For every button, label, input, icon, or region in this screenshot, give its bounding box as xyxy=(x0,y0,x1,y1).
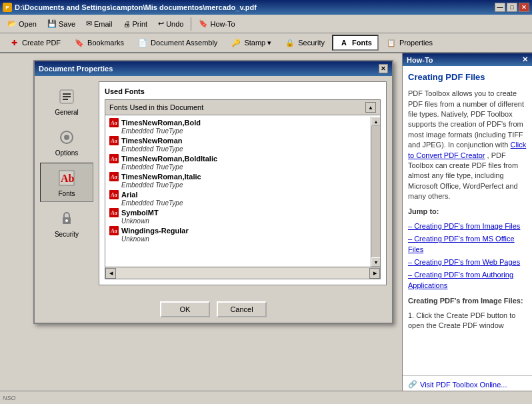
font-list-item: Aa TimesNewRoman,Italic Embedded TrueTyp… xyxy=(109,172,376,189)
menu-security[interactable]: 🔒 Security xyxy=(279,35,331,51)
howto-paragraph1: PDF Toolbox allows you to create PDF fil… xyxy=(408,89,527,201)
howto-jump-item: – Creating PDF's from MS Office Files xyxy=(408,234,527,255)
print-button[interactable]: 🖨 Print xyxy=(119,17,153,31)
dialog-overlay: Document Properties ✕ xyxy=(0,53,402,404)
status-logo: NSO xyxy=(3,395,16,401)
howto-close-button[interactable]: ✕ xyxy=(522,55,528,64)
font-name: Aa TimesNewRoman xyxy=(109,136,376,145)
general-icon xyxy=(56,86,77,107)
title-bar-left: P D:\Documents and Settings\campton\Mis … xyxy=(3,3,257,12)
howto-creating-title: Creating PDF's from Image Files: xyxy=(408,296,527,306)
dialog-title: Document Properties xyxy=(39,65,113,73)
vertical-scrollbar: ▲ ▼ xyxy=(371,117,380,267)
dialog-body: General xyxy=(35,76,392,296)
listbox-header-label: Fonts Used in this Document xyxy=(109,103,203,111)
horizontal-scrollbar: ◀ ▶ xyxy=(105,267,380,279)
howto-bottom-link[interactable]: 🔗Visit PDF Toolbox Online... xyxy=(405,379,529,390)
svg-point-5 xyxy=(64,135,69,140)
undo-button[interactable]: ↩ Undo xyxy=(153,17,188,31)
menu-bar: ✚ Create PDF 🔖 Bookmarks 📄 Document Asse… xyxy=(0,33,532,53)
bookmarks-icon: 🔖 xyxy=(74,37,85,48)
open-label: Open xyxy=(19,20,37,28)
font-icon: Aa xyxy=(109,226,119,235)
save-button[interactable]: 💾 Save xyxy=(43,17,80,31)
scroll-left-btn[interactable]: ◀ xyxy=(105,268,116,279)
font-type: Embedded TrueType xyxy=(109,181,376,189)
fonts-listbox-header: Fonts Used in this Document ▲ xyxy=(105,100,380,115)
font-type: Embedded TrueType xyxy=(109,127,376,135)
menu-security-label: Security xyxy=(298,39,325,47)
sidebar-item-fonts[interactable]: Ab Fonts xyxy=(40,163,93,202)
svg-point-13 xyxy=(65,219,68,222)
ok-button[interactable]: OK xyxy=(160,301,210,317)
dialog-title-bar: Document Properties ✕ xyxy=(35,61,392,76)
dialog-content-area: Used Fonts Fonts Used in this Document ▲… xyxy=(99,81,387,291)
menu-stamp[interactable]: 🔑 Stamp ▾ xyxy=(225,35,277,51)
email-button[interactable]: ✉ Email xyxy=(81,17,117,31)
howto-label: How-To xyxy=(210,20,235,28)
maximize-button[interactable]: □ xyxy=(507,3,517,12)
document-properties-dialog: Document Properties ✕ xyxy=(33,60,393,324)
dialog-close-button[interactable]: ✕ xyxy=(379,64,388,73)
minimize-button[interactable]: — xyxy=(495,3,505,12)
sidebar-item-security[interactable]: Security xyxy=(40,203,93,243)
font-icon: Aa xyxy=(109,118,119,127)
font-icon: Aa xyxy=(109,172,119,181)
jump-link[interactable]: – Creating PDF's from MS Office Files xyxy=(408,235,515,253)
dialog-buttons: OK Cancel xyxy=(35,296,392,323)
toolbar: 📂 Open 💾 Save ✉ Email 🖨 Print ↩ Undo 🔖 H… xyxy=(0,15,532,33)
howto-jump-label: Jump to: xyxy=(408,207,527,217)
undo-label: Undo xyxy=(166,20,183,28)
menu-properties[interactable]: 📋 Properties xyxy=(380,35,439,51)
jump-link[interactable]: – Creating PDF's from Image Files xyxy=(408,222,520,230)
font-name: Aa Arial xyxy=(109,190,376,199)
howto-title-bar: How-To ✕ xyxy=(403,53,532,66)
options-icon xyxy=(56,127,77,148)
sidebar-item-options[interactable]: Options xyxy=(40,122,93,161)
font-list-item: Aa SymbolMT Unknown xyxy=(109,208,376,225)
open-button[interactable]: 📂 Open xyxy=(3,17,41,31)
scroll-track xyxy=(371,126,380,257)
font-name: Aa Wingdings-Regular xyxy=(109,226,376,235)
jump-link[interactable]: – Creating PDF's from Authoring Applicat… xyxy=(408,271,513,289)
external-link-icon: 🔗 xyxy=(408,380,417,389)
scroll-down-btn[interactable]: ▼ xyxy=(371,257,381,267)
fonts-icon: A xyxy=(339,37,349,48)
menu-bookmarks[interactable]: 🔖 Bookmarks xyxy=(68,35,130,51)
howto-step1: 1. Click the Create PDF button to open t… xyxy=(408,311,527,331)
font-type: Embedded TrueType xyxy=(109,199,376,207)
howto-jump-item: – Creating PDF's from Web Pages xyxy=(408,257,527,267)
email-icon: ✉ xyxy=(86,19,92,28)
howto-button[interactable]: 🔖 How-To xyxy=(194,17,239,31)
menu-document-assembly[interactable]: 📄 Document Assembly xyxy=(131,35,223,51)
menu-stamp-label: Stamp ▾ xyxy=(244,39,271,47)
jump-link[interactable]: – Creating PDF's from Web Pages xyxy=(408,258,520,266)
sidebar-item-general[interactable]: General xyxy=(40,81,93,121)
font-list-item: Aa TimesNewRoman,BoldItalic Embedded Tru… xyxy=(109,154,376,171)
scroll-up-button[interactable]: ▲ xyxy=(365,102,376,113)
app-icon: P xyxy=(3,3,12,12)
fonts-list: Aa TimesNewRoman,Bold Embedded TrueType … xyxy=(105,115,380,265)
font-icon: Aa xyxy=(109,136,119,145)
scroll-track-h xyxy=(116,268,369,279)
fonts-section-title: Used Fonts xyxy=(105,87,381,95)
menu-assembly-label: Document Assembly xyxy=(151,39,217,47)
font-type: Unknown xyxy=(109,217,376,225)
howto-content: Creating PDF Files PDF Toolbox allows yo… xyxy=(403,66,532,375)
title-bar-controls: — □ ✕ xyxy=(495,3,529,12)
scroll-right-btn[interactable]: ▶ xyxy=(369,268,380,279)
menu-create-pdf[interactable]: ✚ Create PDF xyxy=(3,35,67,51)
security-icon: 🔒 xyxy=(285,37,295,48)
font-name: Aa SymbolMT xyxy=(109,208,376,217)
howto-heading: Creating PDF Files xyxy=(408,71,527,83)
print-label: Print xyxy=(133,20,148,28)
cancel-button[interactable]: Cancel xyxy=(217,301,267,317)
undo-icon: ↩ xyxy=(158,19,164,28)
menu-fonts[interactable]: A Fonts xyxy=(332,35,379,51)
scroll-up-btn[interactable]: ▲ xyxy=(371,117,381,126)
save-icon: 💾 xyxy=(47,19,57,28)
status-bar: NSO xyxy=(0,391,532,404)
close-button[interactable]: ✕ xyxy=(519,3,529,12)
font-type: Unknown xyxy=(109,235,376,243)
fonts-listbox[interactable]: Fonts Used in this Document ▲ Aa TimesNe… xyxy=(105,99,381,279)
